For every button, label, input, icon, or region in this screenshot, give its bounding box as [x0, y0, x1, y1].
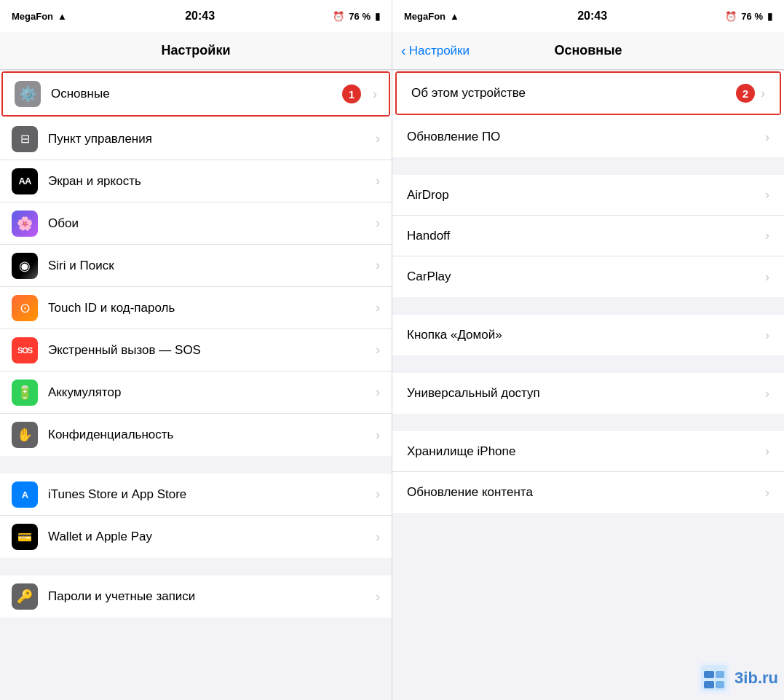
- wallpaper-icon: 🌸: [12, 211, 38, 237]
- about-row-highlighted: Об этом устройстве 2 ›: [395, 71, 781, 115]
- update-label: Обновление ПО: [407, 130, 765, 144]
- right-row-carplay[interactable]: CarPlay ›: [392, 256, 784, 297]
- right-nav-bar: ‹ Настройки Основные: [392, 32, 784, 69]
- wallet-label: Wallet и Apple Pay: [48, 530, 370, 544]
- control-label: Пункт управления: [48, 132, 370, 146]
- bgupdate-chevron-icon: ›: [765, 485, 769, 500]
- wallpaper-chevron-icon: ›: [376, 216, 380, 231]
- watermark-text: 3ib.ru: [734, 669, 778, 688]
- left-section-1: ⚙️ Основные 1 › ⊟ Пункт управления › AA …: [0, 71, 392, 456]
- about-chevron-icon: ›: [761, 86, 765, 101]
- display-chevron-icon: ›: [376, 173, 380, 189]
- right-row-handoff[interactable]: Handoff ›: [392, 216, 784, 256]
- right-row-bgupdate[interactable]: Обновление контента ›: [392, 472, 784, 513]
- right-wifi-icon: ▲: [450, 11, 459, 22]
- settings-row-passwords[interactable]: 🔑 Пароли и учетные записи ›: [0, 575, 392, 618]
- passwords-chevron-icon: ›: [376, 589, 380, 605]
- settings-row-battery[interactable]: 🔋 Аккумулятор ›: [0, 371, 392, 414]
- right-sep-3: [392, 357, 784, 373]
- settings-row-wallpaper[interactable]: 🌸 Обои ›: [0, 202, 392, 245]
- svg-rect-6: [716, 681, 724, 688]
- update-chevron-icon: ›: [765, 130, 769, 145]
- siri-icon: ◉: [12, 253, 38, 279]
- storage-chevron-icon: ›: [765, 444, 769, 459]
- privacy-chevron-icon: ›: [376, 428, 380, 443]
- storage-label: Хранилище iPhone: [407, 444, 765, 459]
- step-badge-1: 1: [342, 84, 361, 103]
- step-badge-2: 2: [736, 84, 755, 103]
- appstore-label: iTunes Store и App Store: [48, 487, 370, 502]
- right-nav-title: Основные: [554, 43, 622, 58]
- sos-label: Экстренный вызов — SOS: [48, 343, 370, 358]
- left-section-2: A iTunes Store и App Store › 💳 Wallet и …: [0, 473, 392, 558]
- appstore-icon: A: [12, 481, 38, 508]
- airdrop-chevron-icon: ›: [765, 187, 769, 202]
- general-chevron-icon: ›: [373, 87, 377, 102]
- back-chevron-icon: ‹: [401, 42, 406, 59]
- right-section-3: Кнопка «Домой» ›: [392, 315, 784, 355]
- settings-row-siri[interactable]: ◉ Siri и Поиск ›: [0, 245, 392, 287]
- general-icon: ⚙️: [15, 81, 41, 107]
- battery-icon: 🔋: [12, 380, 38, 406]
- right-battery-pct: 76 %: [741, 11, 763, 22]
- right-section-2: AirDrop › Handoff › CarPlay ›: [392, 175, 784, 297]
- touchid-label: Touch ID и код-пароль: [48, 301, 370, 315]
- left-sep-2: [0, 559, 392, 575]
- right-status-bar: MegaFon ▲ 20:43 ⏰ 76 % ▮: [392, 0, 784, 32]
- right-row-accessibility[interactable]: Универсальный доступ ›: [392, 373, 784, 414]
- right-row-about[interactable]: Об этом устройстве 2 ›: [397, 73, 780, 114]
- watermark-icon: [698, 662, 730, 694]
- accessibility-label: Универсальный доступ: [407, 386, 765, 401]
- control-icon: ⊟: [12, 126, 38, 152]
- svg-rect-5: [716, 671, 724, 678]
- settings-row-touchid[interactable]: ⊙ Touch ID и код-пароль ›: [0, 287, 392, 329]
- svg-rect-4: [704, 681, 714, 688]
- settings-row-sos[interactable]: SOS Экстренный вызов — SOS ›: [0, 329, 392, 371]
- settings-row-wallet[interactable]: 💳 Wallet и Apple Pay ›: [0, 516, 392, 558]
- right-sep-1: [392, 159, 784, 175]
- right-row-homebutton[interactable]: Кнопка «Домой» ›: [392, 315, 784, 355]
- settings-row-display[interactable]: AA Экран и яркость ›: [0, 160, 392, 202]
- general-label: Основные: [51, 87, 342, 101]
- left-wifi-icon: ▲: [58, 11, 67, 22]
- right-row-storage[interactable]: Хранилище iPhone ›: [392, 431, 784, 472]
- right-section-5: Хранилище iPhone › Обновление контента ›: [392, 431, 784, 513]
- settings-row-control[interactable]: ⊟ Пункт управления ›: [0, 118, 392, 160]
- back-button[interactable]: ‹ Настройки: [401, 42, 470, 59]
- carplay-chevron-icon: ›: [765, 270, 769, 285]
- left-time: 20:43: [185, 9, 215, 23]
- battery-chevron-icon: ›: [376, 385, 380, 400]
- homebutton-chevron-icon: ›: [765, 328, 769, 343]
- touchid-chevron-icon: ›: [376, 300, 380, 315]
- left-panel: ⚙️ Основные 1 › ⊟ Пункт управления › AA …: [0, 70, 392, 700]
- wallet-chevron-icon: ›: [376, 530, 380, 545]
- accessibility-chevron-icon: ›: [765, 386, 769, 401]
- bgupdate-label: Обновление контента: [407, 485, 765, 500]
- left-sep-1: [0, 457, 392, 473]
- display-label: Экран и яркость: [48, 174, 370, 189]
- handoff-label: Handoff: [407, 229, 765, 243]
- passwords-label: Пароли и учетные записи: [48, 589, 370, 604]
- left-status-bar: MegaFon ▲ 20:43 ⏰ 76 % ▮: [0, 0, 392, 32]
- right-alarm-icon: ⏰: [725, 11, 737, 22]
- left-carrier: MegaFon: [12, 11, 53, 22]
- settings-row-general[interactable]: ⚙️ Основные 1 ›: [3, 73, 389, 115]
- settings-row-privacy[interactable]: ✋ Конфиденциальность ›: [0, 414, 392, 456]
- carplay-label: CarPlay: [407, 270, 765, 284]
- left-battery-pct: 76 %: [349, 11, 371, 22]
- right-carrier: MegaFon: [404, 11, 446, 22]
- sos-icon: SOS: [12, 337, 38, 363]
- general-row-highlighted: ⚙️ Основные 1 ›: [1, 71, 390, 117]
- homebutton-label: Кнопка «Домой»: [407, 328, 765, 342]
- siri-label: Siri и Поиск: [48, 259, 370, 273]
- appstore-chevron-icon: ›: [376, 487, 380, 502]
- right-time: 20:43: [577, 9, 607, 23]
- right-sep-2: [392, 299, 784, 315]
- watermark: 3ib.ru: [698, 662, 778, 694]
- settings-row-appstore[interactable]: A iTunes Store и App Store ›: [0, 473, 392, 516]
- siri-chevron-icon: ›: [376, 258, 380, 273]
- battery-label: Аккумулятор: [48, 385, 370, 400]
- right-row-update[interactable]: Обновление ПО ›: [392, 117, 784, 157]
- right-section-4: Универсальный доступ ›: [392, 373, 784, 414]
- right-row-airdrop[interactable]: AirDrop ›: [392, 175, 784, 216]
